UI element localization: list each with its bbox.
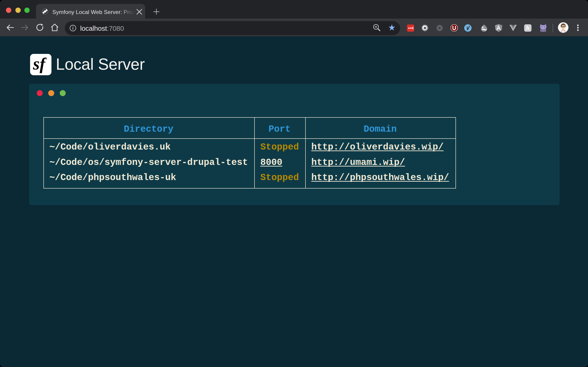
- svg-text:h: h: [526, 25, 529, 31]
